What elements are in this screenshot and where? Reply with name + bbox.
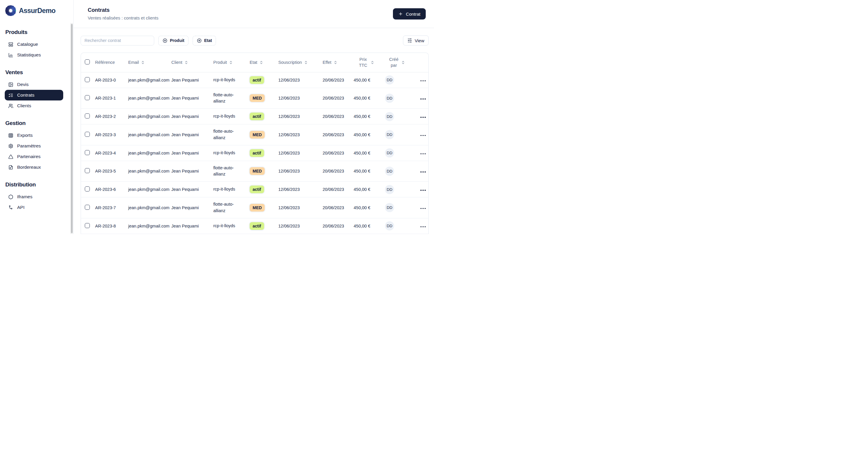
view-options-label: View [415,38,424,43]
status-badge: MED [250,94,265,102]
cell-actions [413,182,428,197]
sidebar-scrollbar-thumb[interactable] [71,24,73,233]
table-row: AR-2023-4 jean.pkm@gmail.com Jean Pequam… [81,145,428,161]
row-checkbox[interactable] [85,95,90,100]
sidebar-item-partenaires[interactable]: Partenaires [5,151,63,162]
cell-prix-ttc: 450,00 € [351,218,381,234]
sidebar-item-api[interactable]: API [5,202,63,213]
status-badge: MED [250,167,265,175]
sidebar-scrollbar[interactable] [70,23,73,234]
content: Produit Etat View Référence [73,28,434,234]
sort-icon [304,61,308,64]
sort-icon [334,61,337,64]
sidebar-item-statistiques[interactable]: Statistiques [5,50,63,60]
column-header-produit[interactable]: Produit [211,53,247,72]
row-actions-button[interactable] [419,79,427,83]
cell-cree-par: DD [381,72,413,88]
table-row: AR-2023-1 jean.pkm@gmail.com Jean Pequam… [81,88,428,109]
sidebar-item-bordereaux[interactable]: Bordereaux [5,162,63,173]
sidebar-item-iframes[interactable]: Iframes [5,191,63,202]
cell-souscription: 12/06/2023 [276,161,320,182]
row-actions-button[interactable] [419,170,427,174]
sidebar-item-parametres[interactable]: Paramètres [5,141,63,151]
row-checkbox[interactable] [85,150,90,155]
column-header-etat[interactable]: Etat [247,53,276,72]
sort-icon [141,61,145,64]
cell-souscription: 12/06/2023 [276,182,320,197]
row-actions-button[interactable] [419,188,427,192]
column-header-prix-ttc[interactable]: Prix TTC [351,53,381,72]
row-checkbox[interactable] [85,77,90,82]
cell-etat: actif [247,218,276,234]
select-all-checkbox[interactable] [85,59,90,64]
column-header-effet[interactable]: Effet [320,53,351,72]
row-checkbox[interactable] [85,205,90,210]
cell-email: jean.pkm@gmail.com [126,161,169,182]
column-header-cree-par[interactable]: Créé par [381,53,413,72]
brand-logo-icon [5,5,16,16]
sort-icon [401,61,405,64]
cell-etat: MED [247,124,276,145]
page-header: Contrats Ventes réalisées : contrats et … [73,0,434,28]
cell-actions [413,124,428,145]
cell-souscription: 12/06/2023 [276,197,320,218]
column-header-souscription[interactable]: Souscription [276,53,320,72]
sidebar-item-clients[interactable]: Clients [5,100,63,111]
filter-produit-button[interactable]: Produit [158,36,188,45]
sidebar-item-contrats[interactable]: Contrats [5,90,63,100]
sidebar-item-label: Exports [17,133,33,138]
search-input[interactable] [81,36,154,45]
create-contract-button[interactable]: Contrat [393,8,426,20]
nav-section-heading: Ventes [5,69,67,75]
cell-etat: MED [247,161,276,182]
row-checkbox[interactable] [85,186,90,191]
cell-prix-ttc: 450,00 € [351,182,381,197]
avatar: DD [385,112,394,121]
avatar: DD [385,130,394,139]
sidebar-item-catalogue[interactable]: Catalogue [5,39,63,50]
row-actions-button[interactable] [419,225,427,229]
cell-client: Jean Pequami [169,109,211,124]
cell-email: jean.pkm@gmail.com [126,197,169,218]
cell-prix-ttc: 450,00 € [351,145,381,161]
sidebar-item-label: Statistiques [17,52,41,58]
cell-actions [413,88,428,109]
status-badge: MED [250,131,265,138]
row-checkbox[interactable] [85,168,90,173]
nav-section-distribution: Distribution Iframes API [5,181,67,213]
table-row: AR-2023-2 jean.pkm@gmail.com Jean Pequam… [81,109,428,124]
cell-prix-ttc: 450,00 € [351,109,381,124]
cell-cree-par: DD [381,145,413,161]
cell-prix-ttc: 450,00 € [351,72,381,88]
sidebar-item-exports[interactable]: Exports [5,130,63,141]
cell-etat: MED [247,88,276,109]
table-header-row: Référence Email Client Produit Etat [81,53,428,72]
filter-etat-button[interactable]: Etat [193,36,216,45]
cell-etat: actif [247,109,276,124]
status-badge: actif [250,113,264,120]
cell-cree-par: DD [381,109,413,124]
row-checkbox[interactable] [85,132,90,137]
cell-actions [413,72,428,88]
sidebar-item-devis[interactable]: Devis [5,79,63,90]
column-header-email[interactable]: Email [126,53,169,72]
view-options-button[interactable]: View [403,35,429,45]
cell-actions [413,197,428,218]
toolbar: Produit Etat View [81,35,429,45]
cell-effet: 20/06/2023 [320,88,351,109]
cell-souscription: 12/06/2023 [276,218,320,234]
sort-icon [370,61,374,64]
row-actions-button[interactable] [419,152,427,156]
row-actions-button[interactable] [419,207,427,210]
cell-email: jean.pkm@gmail.com [126,109,169,124]
column-header-client[interactable]: Client [169,53,211,72]
row-actions-button[interactable] [419,97,427,101]
row-actions-button[interactable] [419,116,427,119]
row-actions-button[interactable] [419,134,427,137]
row-checkbox[interactable] [85,114,90,119]
cell-actions [413,145,428,161]
nav-section-ventes: Ventes Devis Contrats Clients [5,69,67,111]
cell-etat: actif [247,145,276,161]
row-checkbox[interactable] [85,223,90,228]
nav-section-heading: Distribution [5,181,67,188]
